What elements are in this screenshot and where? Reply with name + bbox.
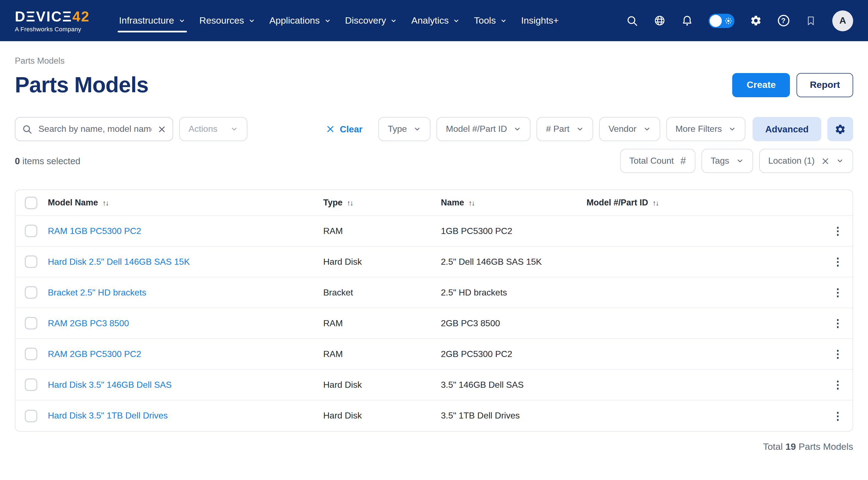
type-cell: RAM — [323, 318, 441, 328]
row-checkbox[interactable] — [25, 348, 37, 360]
sort-icon[interactable] — [347, 199, 353, 207]
name-cell: 3.5" 146GB Dell SAS — [441, 380, 587, 390]
column-header-type[interactable]: Type — [323, 198, 441, 208]
location-filter-pill[interactable]: Location (1) — [759, 149, 853, 173]
row-menu-icon[interactable] — [823, 348, 852, 360]
filter-dropdown-vendor[interactable]: Vendor — [599, 117, 660, 141]
type-cell: Hard Disk — [323, 411, 441, 421]
chevron-down-icon — [178, 17, 185, 24]
name-cell: 2.5" Dell 146GB SAS 15K — [441, 257, 587, 267]
search-icon[interactable] — [626, 14, 638, 27]
row-menu-icon[interactable] — [823, 225, 852, 237]
table-body: RAM 1GB PC5300 PC2 RAM 1GB PC5300 PC2 Ha… — [16, 216, 852, 431]
column-header-name[interactable]: Name — [441, 198, 587, 208]
chevron-down-icon — [736, 157, 743, 165]
search-input[interactable] — [37, 124, 153, 135]
bell-icon[interactable] — [681, 14, 693, 27]
row-menu-icon[interactable] — [823, 409, 852, 422]
question-mark — [778, 15, 789, 26]
filter-dropdown-more-filters[interactable]: More Filters — [666, 117, 745, 141]
help-icon[interactable] — [777, 14, 789, 27]
items-selected-text: 0 items selected — [15, 156, 80, 166]
bookmark-icon[interactable] — [805, 14, 817, 27]
avatar[interactable]: A — [832, 10, 853, 31]
model-name-link[interactable]: Hard Disk 3.5" 1TB Dell Drives — [48, 411, 323, 421]
table-row: RAM 2GB PC5300 PC2 RAM 2GB PC5300 PC2 — [16, 339, 852, 370]
search-icon — [22, 124, 32, 134]
model-name-link[interactable]: RAM 1GB PC5300 PC2 — [48, 226, 323, 236]
main-menu: Infrastructure Resources Applications Di… — [112, 0, 566, 41]
row-menu-icon[interactable] — [823, 286, 852, 299]
model-name-link[interactable]: RAM 2GB PC3 8500 — [48, 318, 323, 328]
gear-icon[interactable] — [750, 14, 762, 27]
sort-icon[interactable] — [102, 199, 108, 207]
name-cell: 3.5" 1TB Dell Drives — [441, 411, 587, 421]
nav-item-tools[interactable]: Tools — [467, 0, 514, 41]
row-menu-icon[interactable] — [823, 255, 852, 268]
row-checkbox[interactable] — [25, 255, 37, 268]
type-cell: RAM — [323, 349, 441, 359]
column-header-model-name[interactable]: Model Name — [48, 198, 323, 208]
name-cell: 2.5" HD brackets — [441, 287, 587, 298]
row-checkbox[interactable] — [25, 317, 37, 330]
chevron-down-icon — [514, 125, 521, 133]
row-menu-icon[interactable] — [823, 378, 852, 391]
sort-icon[interactable] — [652, 199, 658, 207]
filter-dropdowns: Type Model #/Part ID # Part Vendor More … — [378, 117, 745, 141]
total-suffix: Parts Models — [799, 442, 853, 452]
breadcrumb: Parts Models — [15, 56, 853, 66]
filter-dropdown-part[interactable]: # Part — [537, 117, 593, 141]
row-checkbox[interactable] — [25, 409, 37, 422]
close-icon[interactable] — [821, 157, 830, 165]
tags-label: Tags — [711, 156, 729, 166]
column-header-part-id[interactable]: Model #/Part ID — [587, 198, 823, 208]
globe-icon[interactable] — [654, 14, 666, 27]
chevron-down-icon[interactable] — [836, 157, 844, 165]
actions-dropdown[interactable]: Actions — [179, 117, 247, 141]
filter-dropdown-model-part-id[interactable]: Model #/Part ID — [436, 117, 530, 141]
row-checkbox[interactable] — [25, 286, 37, 299]
nav-item-applications[interactable]: Applications — [262, 0, 338, 41]
nav-item-analytics[interactable]: Analytics — [404, 0, 467, 41]
create-button[interactable]: Create — [733, 73, 790, 97]
device42-logo[interactable]: DΞVICΞ42 A Freshworks Company — [15, 9, 90, 32]
title-row: Parts Models Create Report — [15, 72, 853, 97]
actions-label: Actions — [189, 124, 217, 134]
nav-item-discovery[interactable]: Discovery — [338, 0, 404, 41]
type-cell: Hard Disk — [323, 380, 441, 390]
table-row: Hard Disk 3.5" 146GB Dell SAS Hard Disk … — [16, 370, 852, 400]
secondary-filters: Total Count # Tags Location (1) — [620, 149, 854, 173]
nav-item-resources[interactable]: Resources — [192, 0, 262, 41]
row-checkbox[interactable] — [25, 378, 37, 391]
page-title: Parts Models — [15, 72, 148, 97]
name-cell: 2GB PC5300 PC2 — [441, 349, 587, 359]
nav-item-infrastructure[interactable]: Infrastructure — [112, 0, 192, 41]
tags-dropdown[interactable]: Tags — [701, 149, 753, 173]
sun-icon — [725, 17, 732, 24]
nav-item-insights[interactable]: Insights+ — [514, 0, 566, 41]
type-cell: Hard Disk — [323, 257, 441, 267]
table-row: RAM 1GB PC5300 PC2 RAM 1GB PC5300 PC2 — [16, 216, 852, 247]
header-buttons: Create Report — [733, 73, 853, 97]
report-button[interactable]: Report — [797, 73, 853, 97]
advanced-button[interactable]: Advanced — [752, 117, 821, 141]
chevron-down-icon — [453, 17, 460, 24]
select-all-checkbox[interactable] — [25, 196, 37, 209]
chevron-down-icon — [390, 17, 397, 24]
chevron-down-icon — [728, 125, 736, 133]
theme-toggle[interactable] — [709, 13, 735, 28]
clear-filters-button[interactable]: Clear — [326, 124, 363, 134]
model-name-link[interactable]: Hard Disk 2.5" Dell 146GB SAS 15K — [48, 257, 323, 267]
filter-dropdown-type[interactable]: Type — [378, 117, 430, 141]
parts-models-table: Model Name Type Name Model #/Part ID RAM… — [15, 190, 853, 432]
model-name-link[interactable]: Bracket 2.5" HD brackets — [48, 287, 323, 298]
model-name-link[interactable]: RAM 2GB PC5300 PC2 — [48, 349, 323, 359]
search-clear-icon[interactable] — [158, 125, 166, 133]
total-count-pill[interactable]: Total Count # — [620, 149, 695, 173]
model-name-link[interactable]: Hard Disk 3.5" 146GB Dell SAS — [48, 380, 323, 390]
sort-icon[interactable] — [468, 199, 474, 207]
table-settings-button[interactable] — [827, 117, 853, 141]
row-menu-icon[interactable] — [823, 317, 852, 330]
row-checkbox[interactable] — [25, 225, 37, 237]
gear-icon — [834, 123, 846, 135]
